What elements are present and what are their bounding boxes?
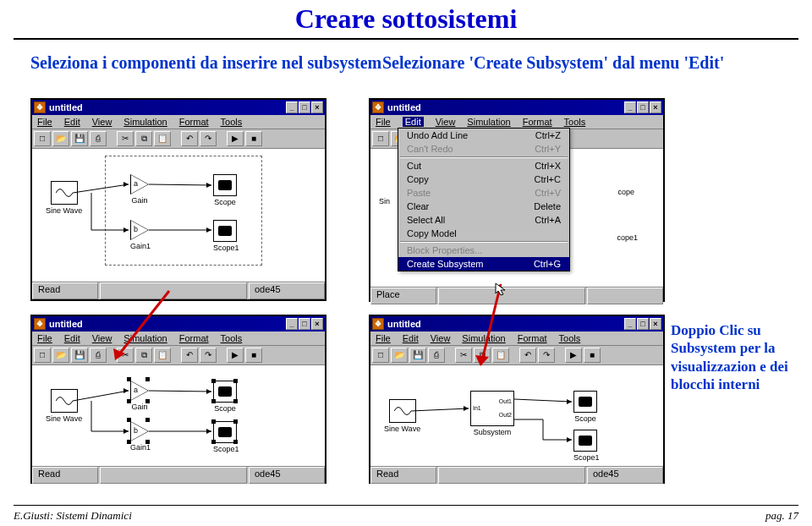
scope1-block[interactable]: Scope1 (213, 220, 239, 252)
stop-icon[interactable]: ■ (245, 131, 262, 146)
app-icon: ❖ (372, 101, 384, 113)
sine-wave-block[interactable]: Sine Wave (46, 389, 82, 423)
menu-clear[interactable]: ClearDelete (398, 200, 569, 213)
play-icon[interactable]: ▶ (565, 348, 582, 363)
save-icon[interactable]: 💾 (71, 131, 88, 146)
new-icon[interactable]: □ (34, 348, 51, 363)
redo-icon[interactable]: ↷ (538, 348, 555, 363)
gain-block[interactable]: a Gain (130, 174, 149, 205)
maximize-button[interactable]: □ (299, 101, 310, 113)
undo-icon[interactable]: ↶ (181, 131, 198, 146)
menu-cut[interactable]: CutCtrl+X (398, 159, 569, 173)
menu-format[interactable]: Format (523, 117, 552, 127)
close-button[interactable]: × (650, 318, 661, 330)
sine-wave-block[interactable]: Sine Wave (46, 181, 82, 215)
minimize-button[interactable]: _ (286, 101, 298, 113)
gain1-block[interactable]: b Gain1 (130, 421, 151, 452)
copy-icon[interactable]: ⧉ (474, 348, 491, 363)
save-icon[interactable]: 💾 (409, 348, 426, 363)
gain1-block[interactable]: b Gain1 (130, 220, 151, 250)
menu-edit[interactable]: Edit (403, 117, 424, 127)
copy-icon[interactable]: ⧉ (135, 348, 152, 363)
menu-simulation[interactable]: Simulation (462, 333, 505, 343)
menu-edit[interactable]: Edit (403, 333, 419, 343)
maximize-button[interactable]: □ (637, 318, 649, 330)
menu-view[interactable]: View (92, 117, 112, 127)
scope-block[interactable]: Scope (213, 381, 237, 413)
menu-tools[interactable]: Tools (564, 117, 586, 127)
close-button[interactable]: × (311, 101, 323, 113)
new-icon[interactable]: □ (34, 131, 51, 146)
menu-file[interactable]: File (376, 117, 391, 127)
menu-create-subsystem[interactable]: Create SubsystemCtrl+G (398, 257, 569, 271)
menu-select-all[interactable]: Select AllCtrl+A (398, 213, 569, 227)
sine-wave-block[interactable]: Sine Wave (384, 399, 420, 433)
menu-simulation[interactable]: Simulation (467, 117, 510, 127)
close-button[interactable]: × (650, 101, 661, 113)
titlebar[interactable]: ❖ untitled _ □ × (370, 316, 663, 331)
menu-copy[interactable]: CopyCtrl+C (398, 173, 569, 186)
maximize-button[interactable]: □ (299, 318, 310, 330)
menu-file[interactable]: File (37, 117, 52, 127)
titlebar[interactable]: ❖ untitled _ □ × (370, 100, 663, 115)
print-icon[interactable]: ⎙ (428, 348, 445, 363)
new-icon[interactable]: □ (372, 348, 389, 363)
menu-format[interactable]: Format (179, 333, 209, 343)
menu-format[interactable]: Format (179, 117, 209, 127)
menu-file[interactable]: File (37, 333, 52, 343)
titlebar[interactable]: ❖ untitled _ □ × (32, 100, 325, 115)
close-button[interactable]: × (311, 318, 323, 330)
stop-icon[interactable]: ■ (584, 348, 601, 363)
undo-icon[interactable]: ↶ (181, 348, 198, 363)
minimize-button[interactable]: _ (624, 101, 636, 113)
cut-icon[interactable]: ✂ (117, 131, 134, 146)
redo-icon[interactable]: ↷ (200, 348, 217, 363)
canvas[interactable]: Sine Wave Out1 In1 Out2 Subsystem Scope … (370, 365, 663, 467)
maximize-button[interactable]: □ (637, 101, 649, 113)
menu-file[interactable]: File (376, 333, 391, 343)
paste-icon[interactable]: 📋 (492, 348, 509, 363)
menu-tools[interactable]: Tools (559, 333, 581, 343)
redo-icon[interactable]: ↷ (200, 131, 217, 146)
menu-tools[interactable]: Tools (221, 333, 243, 343)
subsystem-block[interactable]: Out1 In1 Out2 Subsystem (470, 391, 514, 436)
scope1-block[interactable]: Scope1 (213, 421, 239, 453)
menu-view[interactable]: View (431, 333, 451, 343)
menu-edit[interactable]: Edit (64, 117, 80, 127)
play-icon[interactable]: ▶ (227, 348, 244, 363)
cut-icon[interactable]: ✂ (455, 348, 472, 363)
menu-simulation[interactable]: Simulation (123, 333, 167, 343)
open-icon[interactable]: 📂 (391, 348, 408, 363)
copy-icon[interactable]: ⧉ (135, 131, 152, 146)
cut-icon[interactable]: ✂ (117, 348, 134, 363)
minimize-button[interactable]: _ (624, 318, 636, 330)
open-icon[interactable]: 📂 (52, 131, 69, 146)
scope-block[interactable]: Scope (213, 174, 237, 206)
menu-simulation[interactable]: Simulation (123, 117, 167, 127)
save-icon[interactable]: 💾 (71, 348, 88, 363)
paste-icon[interactable]: 📋 (154, 131, 171, 146)
menu-copy-model[interactable]: Copy Model (398, 227, 569, 240)
minimize-button[interactable]: _ (286, 318, 298, 330)
canvas[interactable]: Sine Wave a Gain Scope b Gain1 Scope1 (32, 149, 325, 282)
undo-icon[interactable]: ↶ (519, 348, 536, 363)
canvas[interactable]: Sine Wave a Gain Scope b Gain1 Scope1 (32, 365, 325, 467)
scope1-block[interactable]: Scope1 (573, 430, 600, 462)
paste-icon[interactable]: 📋 (154, 348, 171, 363)
play-icon[interactable]: ▶ (227, 131, 244, 146)
menu-undo[interactable]: Undo Add LineCtrl+Z (398, 129, 569, 142)
open-icon[interactable]: 📂 (52, 348, 69, 363)
menu-view[interactable]: View (436, 117, 456, 127)
new-icon[interactable]: □ (372, 131, 389, 146)
print-icon[interactable]: ⎙ (90, 131, 107, 146)
menu-tools[interactable]: Tools (221, 117, 243, 127)
menu-format[interactable]: Format (518, 333, 547, 343)
edit-dropdown-menu[interactable]: Undo Add LineCtrl+Z Can't RedoCtrl+Y Cut… (398, 128, 570, 271)
menu-edit[interactable]: Edit (64, 333, 80, 343)
gain-block[interactable]: a Gain (130, 381, 149, 411)
menu-view[interactable]: View (92, 333, 112, 343)
stop-icon[interactable]: ■ (245, 348, 262, 363)
print-icon[interactable]: ⎙ (90, 348, 107, 363)
scope-block[interactable]: Scope (573, 391, 597, 423)
titlebar[interactable]: ❖ untitled _ □ × (32, 316, 325, 331)
